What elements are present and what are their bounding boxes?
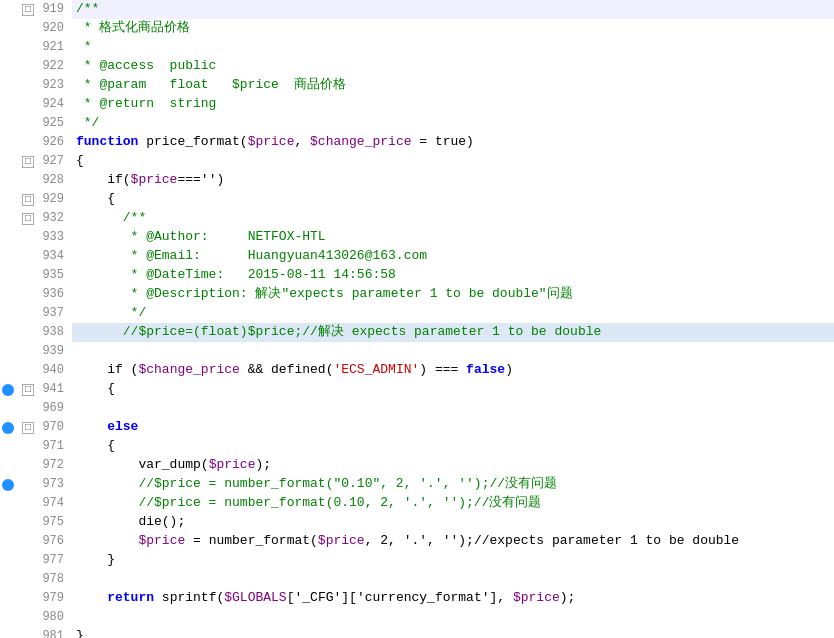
- line-content: {: [72, 152, 834, 171]
- code-token: * @param float $price 商品价格: [76, 77, 346, 92]
- code-line: □927{: [0, 152, 834, 171]
- gutter-icons: [2, 384, 22, 396]
- line-gutter: 980: [0, 608, 72, 627]
- code-token: = true): [411, 134, 473, 149]
- code-token: return: [107, 590, 154, 605]
- gutter-icons: [2, 479, 22, 491]
- line-content: var_dump($price);: [72, 456, 834, 475]
- code-line: 933 * @Author: NETFOX-HTL: [0, 228, 834, 247]
- code-line: 925 */: [0, 114, 834, 133]
- line-gutter: 978: [0, 570, 72, 589]
- line-number: 923: [38, 77, 68, 94]
- breakpoint-icon[interactable]: [2, 384, 14, 396]
- code-token: /**: [76, 210, 146, 225]
- code-line: 922 * @access public: [0, 57, 834, 76]
- line-gutter: 923: [0, 76, 72, 95]
- fold-area: □: [22, 4, 38, 16]
- fold-area: □: [22, 194, 38, 206]
- breakpoint-icon[interactable]: [2, 422, 14, 434]
- code-token: {: [76, 381, 115, 396]
- line-number: 927: [38, 153, 68, 170]
- line-gutter: 940: [0, 361, 72, 380]
- code-line: 934 * @Email: Huangyuan413026@163.com: [0, 247, 834, 266]
- line-number: 978: [38, 571, 68, 588]
- code-token: ) ===: [419, 362, 466, 377]
- line-number: 972: [38, 457, 68, 474]
- line-gutter: 922: [0, 57, 72, 76]
- fold-area: □: [22, 384, 38, 396]
- line-content: }: [72, 551, 834, 570]
- code-token: 'ECS_ADMIN': [333, 362, 419, 377]
- line-content: /**: [72, 209, 834, 228]
- line-gutter: 981: [0, 627, 72, 638]
- line-gutter: □927: [0, 152, 72, 171]
- code-token: , 2, '.', '');//expects parameter 1 to b…: [365, 533, 739, 548]
- line-number: 969: [38, 400, 68, 417]
- line-content: if ($change_price && defined('ECS_ADMIN'…: [72, 361, 834, 380]
- code-line: 936 * @Description: 解决"expects parameter…: [0, 285, 834, 304]
- line-number: 936: [38, 286, 68, 303]
- code-line: 937 */: [0, 304, 834, 323]
- line-content: die();: [72, 513, 834, 532]
- fold-icon[interactable]: □: [22, 384, 34, 396]
- line-content: /**: [72, 0, 834, 19]
- line-content: //$price = number_format(0.10, 2, '.', '…: [72, 494, 834, 513]
- line-content: *: [72, 38, 834, 57]
- line-gutter: 977: [0, 551, 72, 570]
- code-token: }: [76, 628, 84, 638]
- code-token: * @Email: Huangyuan413026@163.com: [76, 248, 427, 263]
- line-number: 926: [38, 134, 68, 151]
- code-token: /**: [76, 1, 99, 16]
- code-line: □941 {: [0, 380, 834, 399]
- code-token: * @DateTime: 2015-08-11 14:56:58: [76, 267, 396, 282]
- line-gutter: □932: [0, 209, 72, 228]
- line-number: 932: [38, 210, 68, 227]
- fold-icon[interactable]: □: [22, 4, 34, 16]
- line-content: $price = number_format($price, 2, '.', '…: [72, 532, 834, 551]
- code-line: 979 return sprintf($GLOBALS['_CFG']['cur…: [0, 589, 834, 608]
- code-token: {: [76, 153, 84, 168]
- line-content: function price_format($price, $change_pr…: [72, 133, 834, 152]
- code-line: 935 * @DateTime: 2015-08-11 14:56:58: [0, 266, 834, 285]
- code-token: $price: [131, 172, 178, 187]
- code-token: false: [466, 362, 505, 377]
- code-token: *: [76, 39, 92, 54]
- code-token: $change_price: [310, 134, 411, 149]
- line-content: * @access public: [72, 57, 834, 76]
- code-line: 938 //$price=(float)$price;//解决 expects …: [0, 323, 834, 342]
- code-token: * @return string: [76, 96, 216, 111]
- code-line: 969: [0, 399, 834, 418]
- line-number: 935: [38, 267, 68, 284]
- code-line: 976 $price = number_format($price, 2, '.…: [0, 532, 834, 551]
- code-token: $price: [513, 590, 560, 605]
- fold-icon[interactable]: □: [22, 194, 34, 206]
- line-number: 937: [38, 305, 68, 322]
- code-line: □970 else: [0, 418, 834, 437]
- code-line: 978: [0, 570, 834, 589]
- line-gutter: 935: [0, 266, 72, 285]
- fold-icon[interactable]: □: [22, 422, 34, 434]
- line-gutter: 973: [0, 475, 72, 494]
- line-number: 941: [38, 381, 68, 398]
- code-token: ['_CFG']['currency_format'],: [287, 590, 513, 605]
- line-gutter: 926: [0, 133, 72, 152]
- code-line: 977 }: [0, 551, 834, 570]
- line-content: * @Email: Huangyuan413026@163.com: [72, 247, 834, 266]
- line-gutter: 924: [0, 95, 72, 114]
- code-line: 974 //$price = number_format(0.10, 2, '.…: [0, 494, 834, 513]
- line-content: //$price = number_format("0.10", 2, '.',…: [72, 475, 834, 494]
- line-number: 925: [38, 115, 68, 132]
- line-content: * @return string: [72, 95, 834, 114]
- line-gutter: 925: [0, 114, 72, 133]
- line-number: 928: [38, 172, 68, 189]
- fold-icon[interactable]: □: [22, 213, 34, 225]
- line-content: [72, 570, 834, 589]
- line-number: 921: [38, 39, 68, 56]
- code-token: );: [255, 457, 271, 472]
- code-token: */: [76, 115, 99, 130]
- fold-icon[interactable]: □: [22, 156, 34, 168]
- code-token: $change_price: [138, 362, 239, 377]
- code-token: {: [76, 191, 115, 206]
- breakpoint-icon[interactable]: [2, 479, 14, 491]
- code-token: $price: [138, 533, 185, 548]
